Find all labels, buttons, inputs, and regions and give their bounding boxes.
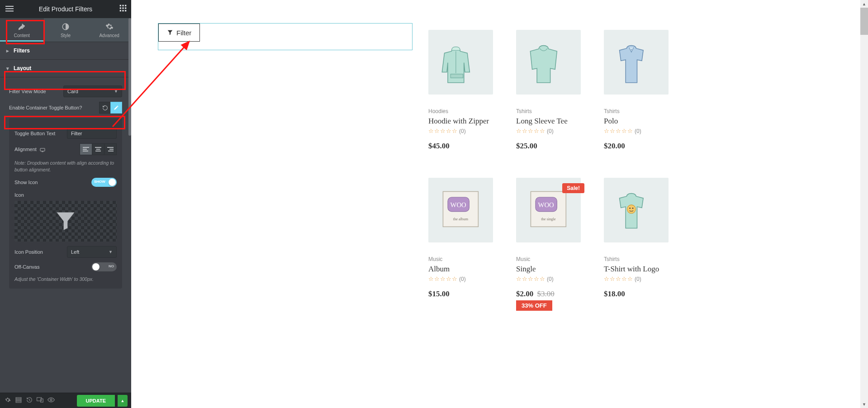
product-image[interactable] <box>428 30 493 95</box>
product-rating: ☆☆☆☆☆ (0) <box>428 128 513 134</box>
section-layout[interactable]: ▾ Layout <box>0 59 131 77</box>
tab-label: Advanced <box>99 33 119 38</box>
product-rating: ☆☆☆☆☆ (0) <box>604 275 689 282</box>
rating-count: (0) <box>635 276 641 282</box>
navigator-icon[interactable] <box>14 397 23 404</box>
product-card[interactable]: Hoodies Hoodie with Zipper ☆☆☆☆☆ (0) $45… <box>428 30 513 151</box>
stars-icon: ☆☆☆☆☆ <box>604 128 633 134</box>
svg-rect-17 <box>95 147 101 148</box>
product-category: Tshirts <box>604 256 689 262</box>
stars-icon: ☆☆☆☆☆ <box>604 275 633 282</box>
product-card[interactable]: the album Music Album ☆☆☆☆☆ (0) $15.00 <box>428 178 513 311</box>
svg-rect-4 <box>122 5 123 6</box>
update-button[interactable]: UPDATE <box>77 395 115 407</box>
icon-position-select[interactable]: Left ▼ <box>67 246 117 258</box>
align-left-button[interactable] <box>80 143 92 155</box>
tab-advanced[interactable]: Advanced <box>87 18 131 42</box>
svg-text:the single: the single <box>541 217 556 221</box>
icon-label: Icon <box>14 192 24 198</box>
svg-rect-27 <box>41 399 43 402</box>
svg-rect-3 <box>120 5 121 6</box>
history-icon[interactable] <box>25 397 33 404</box>
rating-count: (0) <box>547 276 554 282</box>
panel-title: Edit Product Filters <box>39 5 92 13</box>
product-image[interactable]: Sale! the single <box>516 178 581 242</box>
align-center-button[interactable] <box>92 143 104 155</box>
panel-sections: ▸ Filters ▾ Layout Filter View Mode Card… <box>0 42 131 393</box>
product-price: $20.00 <box>604 142 689 151</box>
hamburger-icon[interactable] <box>5 5 14 14</box>
stars-icon: ☆☆☆☆☆ <box>516 275 545 282</box>
filter-button-label: Filter <box>176 29 191 37</box>
svg-text:the album: the album <box>453 217 469 221</box>
product-image[interactable] <box>604 30 669 95</box>
svg-rect-21 <box>109 149 114 150</box>
svg-rect-26 <box>37 398 42 401</box>
product-name[interactable]: Polo <box>604 117 689 126</box>
svg-point-28 <box>50 399 52 401</box>
section-filters[interactable]: ▸ Filters <box>0 42 131 59</box>
tab-style[interactable]: Style <box>44 18 88 42</box>
page-scrollbar[interactable]: ▲ ▼ <box>860 0 868 408</box>
discount-badge: 33% OFF <box>516 300 552 311</box>
scroll-down-icon[interactable]: ▼ <box>860 400 868 408</box>
product-image[interactable] <box>516 30 581 95</box>
caret-right-icon: ▸ <box>6 48 9 54</box>
editor-panel: Edit Product Filters Content Style Advan… <box>0 0 131 408</box>
apps-grid-icon[interactable] <box>119 5 127 13</box>
scroll-up-icon[interactable]: ▲ <box>860 0 868 8</box>
product-card[interactable]: Tshirts Long Sleeve Tee ☆☆☆☆☆ (0) $25.00 <box>516 30 601 151</box>
preview-eye-icon[interactable] <box>47 397 55 404</box>
svg-rect-5 <box>125 5 126 6</box>
show-icon-switch[interactable]: SHOW <box>91 178 117 187</box>
svg-rect-22 <box>108 151 114 152</box>
svg-rect-16 <box>83 151 88 152</box>
product-price: $45.00 <box>428 142 513 151</box>
product-image[interactable]: the album <box>428 178 493 242</box>
rating-count: (0) <box>459 276 466 282</box>
panel-footer: UPDATE ▲ <box>0 393 131 408</box>
responsive-icon[interactable] <box>36 397 44 404</box>
svg-rect-13 <box>40 148 45 151</box>
product-name[interactable]: T-Shirt with Logo <box>604 265 689 274</box>
product-category: Music <box>428 256 513 262</box>
layout-controls: Filter View Mode Card ▼ Enable Container… <box>0 77 131 301</box>
reset-default-button[interactable] <box>99 102 111 114</box>
stars-icon: ☆☆☆☆☆ <box>428 128 458 134</box>
product-card[interactable]: Sale! the single Music Single ☆☆☆☆☆ (0) … <box>516 178 601 311</box>
off-canvas-label: Off-Canvas <box>14 264 39 270</box>
product-price: $15.00 <box>428 289 513 299</box>
product-category: Music <box>516 256 601 262</box>
product-card[interactable]: Tshirts T-Shirt with Logo ☆☆☆☆☆ (0) $18.… <box>604 178 689 311</box>
stars-icon: ☆☆☆☆☆ <box>516 128 545 134</box>
select-value: Card <box>67 89 78 94</box>
toggle-button-text-input[interactable] <box>67 128 117 139</box>
product-name[interactable]: Album <box>428 265 513 274</box>
product-name[interactable]: Single <box>516 265 601 274</box>
filter-toggle-button[interactable]: Filter <box>158 24 200 42</box>
update-caret-button[interactable]: ▲ <box>118 395 128 407</box>
off-canvas-switch[interactable]: NO <box>91 262 117 271</box>
product-image[interactable] <box>604 178 669 242</box>
select-value: Left <box>71 249 79 255</box>
product-card[interactable]: Tshirts Polo ☆☆☆☆☆ (0) $20.00 <box>604 30 689 151</box>
product-name[interactable]: Long Sleeve Tee <box>516 117 601 126</box>
svg-rect-11 <box>125 10 126 11</box>
svg-rect-8 <box>125 7 126 9</box>
toggle-options-box: Toggle Button Text Alignment <box>9 118 122 289</box>
product-category: Hoodies <box>428 108 513 114</box>
section-title: Filters <box>14 47 30 54</box>
product-rating: ☆☆☆☆☆ (0) <box>516 128 601 134</box>
filter-view-mode-select[interactable]: Card ▼ <box>63 85 122 97</box>
enable-toggle-button[interactable] <box>110 102 122 114</box>
svg-rect-15 <box>83 149 87 150</box>
tab-content[interactable]: Content <box>0 18 44 42</box>
settings-icon[interactable] <box>4 397 12 404</box>
product-name[interactable]: Hoodie with Zipper <box>428 117 513 126</box>
tab-label: Content <box>14 33 30 38</box>
align-right-button[interactable] <box>104 143 117 155</box>
icon-preview[interactable] <box>14 201 117 242</box>
filter-widget-selected[interactable]: Filter <box>158 23 413 50</box>
filter-view-mode-label: Filter View Mode <box>9 89 46 94</box>
product-grid: Hoodies Hoodie with Zipper ☆☆☆☆☆ (0) $45… <box>428 30 689 311</box>
